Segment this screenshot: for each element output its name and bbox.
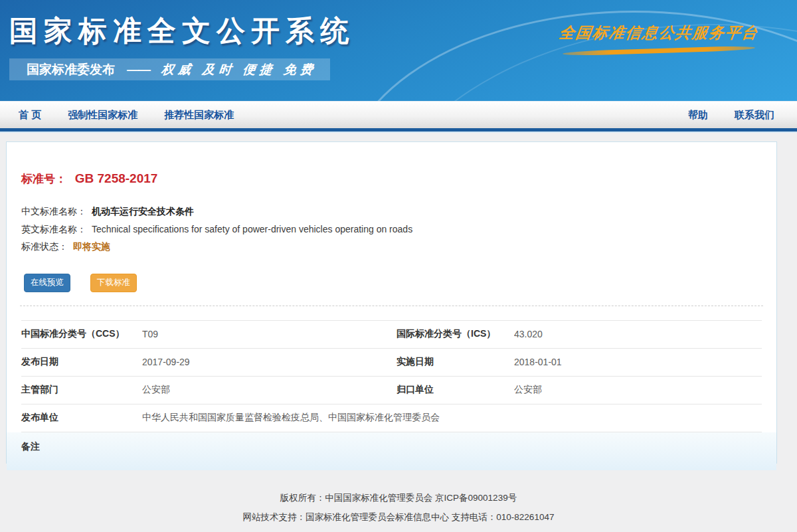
publish-date-label: 发布日期 <box>21 356 142 368</box>
download-button[interactable]: 下载标准 <box>90 274 137 292</box>
publish-date-value: 2017-09-29 <box>142 357 397 367</box>
table-row: 发布单位 中华人民共和国国家质量监督检验检疫总局、中国国家标准化管理委员会 <box>7 404 776 432</box>
table-row: 主管部门 公安部 归口单位 公安部 <box>7 377 776 404</box>
table-row: 中国标准分类号（CCS） T09 国际标准分类号（ICS） 43.020 <box>7 321 776 348</box>
site-header: 国家标准全文公开系统 国家标准委发布 —— 权威 及时 便捷 免费 全国标准信息… <box>0 0 797 101</box>
standard-number-value: GB 7258-2017 <box>75 171 158 185</box>
nav-mandatory-standards[interactable]: 强制性国家标准 <box>68 109 137 122</box>
centralized-unit-value: 公安部 <box>514 384 762 396</box>
nav-divider-light <box>0 132 797 133</box>
standard-detail-card: 标准号： GB 7258-2017 中文标准名称： 机动车运行安全技术条件 英文… <box>6 141 777 464</box>
header-banner: 国家标准委发布 —— 权威 及时 便捷 免费 <box>9 58 330 80</box>
status-label: 标准状态： <box>21 241 68 252</box>
ics-value: 43.020 <box>514 329 762 339</box>
en-name-label: 英文标准名称： <box>21 224 86 234</box>
preview-button[interactable]: 在线预览 <box>24 274 70 292</box>
status-value: 即将实施 <box>73 241 110 252</box>
nav-home[interactable]: 首 页 <box>19 109 41 122</box>
implement-date-label: 实施日期 <box>397 356 514 368</box>
banner-slogan: 权威 及时 便捷 免费 <box>161 61 318 78</box>
platform-slogan-text: 全国标准信息公共服务平台 <box>553 23 765 43</box>
platform-slogan: 全国标准信息公共服务平台 <box>554 23 764 53</box>
support-line: 网站技术支持：国家标准化管理委员会标准信息中心 支持电话：010-8226104… <box>0 508 797 527</box>
ccs-value: T09 <box>142 329 397 339</box>
page-footer: 版权所有：中国国家标准化管理委员会 京ICP备09001239号 网站技术支持：… <box>0 464 797 527</box>
nav-help[interactable]: 帮助 <box>688 109 708 122</box>
ics-label: 国际标准分类号（ICS） <box>397 328 514 340</box>
cn-name-value: 机动车运行安全技术条件 <box>92 206 194 217</box>
en-name-line: 英文标准名称： Technical specifications for saf… <box>21 221 762 238</box>
main-content: 标准号： GB 7258-2017 中文标准名称： 机动车运行安全技术条件 英文… <box>0 141 797 464</box>
issuing-unit-label: 发布单位 <box>21 412 142 424</box>
standard-number-label: 标准号： <box>21 173 66 185</box>
standard-number-line: 标准号： GB 7258-2017 <box>7 142 776 187</box>
standard-meta: 中文标准名称： 机动车运行安全技术条件 英文标准名称： Technical sp… <box>7 187 776 256</box>
nav-left-group: 首 页 强制性国家标准 推荐性国家标准 <box>19 109 234 122</box>
nav-recommended-standards[interactable]: 推荐性国家标准 <box>164 109 234 122</box>
supervisor-dept-value: 公安部 <box>142 384 397 396</box>
standard-info-table: 中国标准分类号（CCS） T09 国际标准分类号（ICS） 43.020 发布日… <box>7 320 776 470</box>
issuing-unit-value: 中华人民共和国国家质量监督检验检疫总局、中国国家标准化管理委员会 <box>142 412 762 424</box>
site-title: 国家标准全文公开系统 <box>9 12 355 50</box>
cn-name-label: 中文标准名称： <box>21 206 86 217</box>
brush-underline <box>563 45 755 56</box>
cn-name-line: 中文标准名称： 机动车运行安全技术条件 <box>21 203 762 221</box>
en-name-value: Technical specifications for safety of p… <box>92 224 412 234</box>
dashed-divider <box>20 306 763 306</box>
banner-dash: —— <box>127 62 149 77</box>
page: 国家标准全文公开系统 国家标准委发布 —— 权威 及时 便捷 免费 全国标准信息… <box>0 0 797 532</box>
table-row: 发布日期 2017-09-29 实施日期 2018-01-01 <box>7 349 776 376</box>
remark-label: 备注 <box>21 441 142 453</box>
copyright-line: 版权所有：中国国家标准化管理委员会 京ICP备09001239号 <box>0 489 797 508</box>
remark-row: 备注 <box>7 432 776 470</box>
ccs-label: 中国标准分类号（CCS） <box>21 328 142 340</box>
main-nav: 首 页 强制性国家标准 推荐性国家标准 帮助 联系我们 <box>0 101 797 128</box>
action-buttons: 在线预览 下载标准 <box>7 274 776 292</box>
implement-date-value: 2018-01-01 <box>514 357 762 367</box>
banner-publisher: 国家标准委发布 <box>27 61 115 78</box>
nav-contact[interactable]: 联系我们 <box>735 109 774 122</box>
nav-right-group: 帮助 联系我们 <box>688 109 774 122</box>
status-line: 标准状态： 即将实施 <box>21 238 762 256</box>
supervisor-dept-label: 主管部门 <box>21 384 142 396</box>
centralized-unit-label: 归口单位 <box>397 384 514 396</box>
